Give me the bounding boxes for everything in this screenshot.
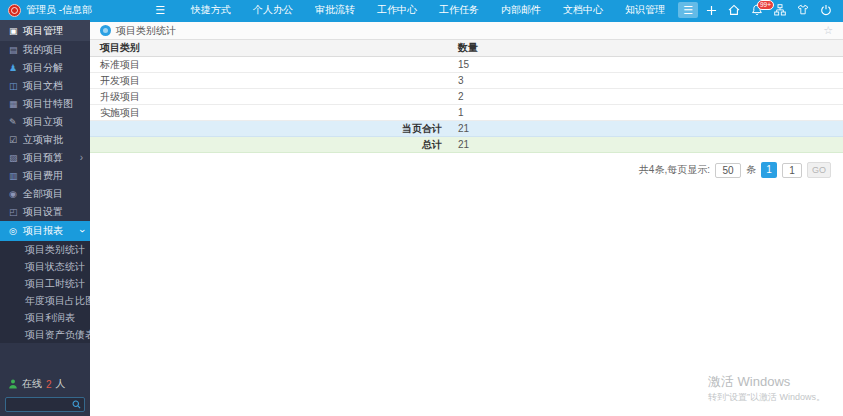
- org-chart-icon: [774, 4, 786, 16]
- cell-category: 实施项目: [90, 106, 456, 120]
- online-person-icon: [8, 379, 18, 389]
- chevron-down-icon: ›: [76, 229, 86, 232]
- plus-icon: [706, 5, 717, 16]
- sidebar-item-project-breakdown[interactable]: ♟ 项目分解: [0, 59, 90, 77]
- nav-item-docs[interactable]: 文档中心: [552, 0, 614, 20]
- grand-total-value: 21: [456, 139, 843, 150]
- sidebar-search-input[interactable]: [6, 400, 72, 410]
- current-user-label: 管理员 -信息部: [26, 3, 92, 17]
- add-button[interactable]: [704, 3, 718, 17]
- home-button[interactable]: [727, 3, 741, 17]
- main-content: 项目类别统计 ☆ 项目类别 数量 标准项目 15 开发项目 3 升级项目 2 实…: [90, 20, 843, 416]
- favorite-star-icon[interactable]: ☆: [823, 24, 833, 37]
- sidebar-item-label: 立项审批: [23, 133, 63, 147]
- top-bar: 管理员 -信息部 ☰ 快捷方式 个人办公 审批流转 工作中心 工作任务 内部邮件…: [0, 0, 843, 20]
- cell-count: 15: [456, 59, 843, 70]
- sidebar-item-label: 项目报表: [23, 224, 63, 238]
- grand-total-row: 总计 21: [90, 137, 843, 153]
- tshirt-icon: [797, 4, 809, 16]
- sidebar-item-my-projects[interactable]: ▤ 我的项目: [0, 41, 90, 59]
- sidebar-item-label: 项目立项: [23, 115, 63, 129]
- briefcase-icon: ▣: [9, 26, 23, 36]
- submenu-item-balance-sheet[interactable]: 项目资产负债表: [0, 326, 90, 343]
- sidebar-item-label: 项目分解: [23, 61, 63, 75]
- submenu-item-profit-report[interactable]: 项目利润表: [0, 309, 90, 326]
- page-total-row: 当页合计 21: [90, 121, 843, 137]
- sidebar-item-project-budget[interactable]: ▨ 项目预算 ›: [0, 149, 90, 167]
- pagination: 共4条,每页显示: 条 1 GO: [90, 162, 843, 178]
- approve-icon: ☑: [9, 135, 23, 145]
- app-logo[interactable]: [8, 4, 21, 17]
- org-switch-button[interactable]: [773, 3, 787, 17]
- pagination-info: 共4条,每页显示:: [639, 163, 710, 177]
- column-header-count[interactable]: 数量: [456, 41, 843, 55]
- apps-menu-button[interactable]: ☰: [678, 2, 698, 18]
- sidebar-item-project-expense[interactable]: ▥ 项目费用: [0, 167, 90, 185]
- sidebar-item-label: 全部项目: [23, 187, 63, 201]
- submenu-item-annual-ratio[interactable]: 年度项目占比图: [0, 292, 90, 309]
- sidebar-item-project-settings[interactable]: ◰ 项目设置: [0, 203, 90, 221]
- tab-title[interactable]: 项目类别统计: [116, 24, 176, 38]
- expense-icon: ▥: [9, 171, 23, 181]
- cell-count: 2: [456, 91, 843, 102]
- sidebar-item-project-initiation[interactable]: ✎ 项目立项: [0, 113, 90, 131]
- submenu-item-status-stats[interactable]: 项目状态统计: [0, 258, 90, 275]
- go-button[interactable]: GO: [807, 162, 831, 178]
- page-number-button[interactable]: 1: [761, 162, 777, 178]
- menu-collapse-icon: ☰: [155, 5, 165, 16]
- sidebar-item-all-projects[interactable]: ◉ 全部项目: [0, 185, 90, 203]
- table-row[interactable]: 实施项目 1: [90, 105, 843, 121]
- nav-item-workcenter[interactable]: 工作中心: [366, 0, 428, 20]
- content-tab-bar: 项目类别统计 ☆: [90, 20, 843, 40]
- search-icon[interactable]: [72, 400, 81, 409]
- settings-icon: ◰: [9, 207, 23, 217]
- notification-badge: 99+: [757, 0, 774, 10]
- pencil-icon: ✎: [9, 117, 23, 127]
- online-count: 2: [46, 379, 52, 390]
- nav-item-tasks[interactable]: 工作任务: [428, 0, 490, 20]
- sidebar-item-initiation-approval[interactable]: ☑ 立项审批: [0, 131, 90, 149]
- table-row[interactable]: 标准项目 15: [90, 57, 843, 73]
- apps-menu-icon: ☰: [683, 5, 693, 16]
- logout-button[interactable]: [819, 3, 833, 17]
- sidebar-search-box: [5, 397, 85, 412]
- reports-submenu: 项目类别统计 项目状态统计 项目工时统计 年度项目占比图 项目利润表 项目资产负…: [0, 241, 90, 343]
- home-icon: [728, 4, 740, 16]
- online-label: 在线: [22, 377, 42, 391]
- nav-item-knowledge[interactable]: 知识管理: [614, 0, 676, 20]
- page-size-input[interactable]: [715, 163, 741, 178]
- nav-item-mail[interactable]: 内部邮件: [490, 0, 552, 20]
- cell-category: 标准项目: [90, 58, 456, 72]
- nav-item-personal[interactable]: 个人办公: [242, 0, 304, 20]
- submenu-item-category-stats[interactable]: 项目类别统计: [0, 241, 90, 258]
- category-stats-table: 项目类别 数量 标准项目 15 开发项目 3 升级项目 2 实施项目 1 当页合…: [90, 40, 843, 153]
- nav-item-shortcuts[interactable]: 快捷方式: [180, 0, 242, 20]
- nav-item-approval[interactable]: 审批流转: [304, 0, 366, 20]
- sidebar-item-project-reports[interactable]: ◎ 项目报表 ›: [0, 221, 90, 241]
- online-status: 在线 2 人: [8, 377, 66, 391]
- table-row[interactable]: 升级项目 2: [90, 89, 843, 105]
- cell-category: 升级项目: [90, 90, 456, 104]
- tab-report-icon: [100, 25, 111, 36]
- page-size-unit: 条: [746, 163, 756, 177]
- notifications-button[interactable]: 99+: [750, 3, 764, 17]
- sidebar-item-label: 项目预算: [23, 151, 63, 165]
- all-projects-icon: ◉: [9, 189, 23, 199]
- goto-page-input[interactable]: [782, 163, 802, 178]
- column-header-category[interactable]: 项目类别: [90, 41, 456, 55]
- table-header-row: 项目类别 数量: [90, 40, 843, 57]
- budget-icon: ▨: [9, 153, 23, 163]
- cell-category: 开发项目: [90, 74, 456, 88]
- sidebar-item-gantt[interactable]: ▦ 项目甘特图: [0, 95, 90, 113]
- page-total-label: 当页合计: [90, 122, 456, 136]
- app-window: 管理员 -信息部 ☰ 快捷方式 个人办公 审批流转 工作中心 工作任务 内部邮件…: [0, 0, 843, 416]
- sidebar-item-project-docs[interactable]: ◫ 项目文档: [0, 77, 90, 95]
- sidebar-collapse-button[interactable]: ☰: [150, 2, 170, 18]
- power-icon: [820, 4, 832, 16]
- top-nav: 快捷方式 个人办公 审批流转 工作中心 工作任务 内部邮件 文档中心 知识管理: [180, 0, 676, 20]
- theme-skin-button[interactable]: [796, 3, 810, 17]
- sidebar-module-header[interactable]: ▣ 项目管理: [0, 20, 90, 41]
- submenu-item-hours-stats[interactable]: 项目工时统计: [0, 275, 90, 292]
- sidebar-item-label: 项目费用: [23, 169, 63, 183]
- table-row[interactable]: 开发项目 3: [90, 73, 843, 89]
